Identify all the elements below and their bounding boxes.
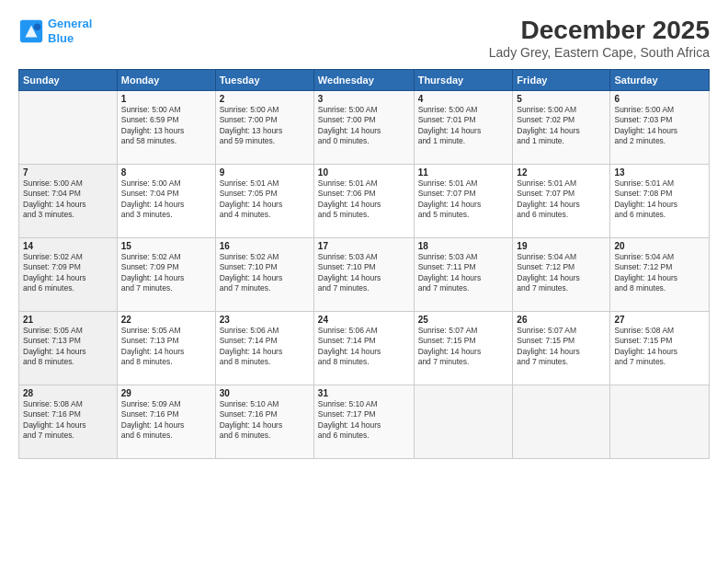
table-row: 3Sunrise: 5:00 AMSunset: 7:00 PMDaylight… [313, 90, 414, 164]
col-friday: Friday [513, 69, 610, 90]
table-row: 21Sunrise: 5:05 AMSunset: 7:13 PMDayligh… [19, 311, 118, 385]
col-tuesday: Tuesday [215, 69, 313, 90]
table-row: 5Sunrise: 5:00 AMSunset: 7:02 PMDaylight… [513, 90, 610, 164]
table-row: 31Sunrise: 5:10 AMSunset: 7:17 PMDayligh… [313, 385, 414, 458]
col-sunday: Sunday [19, 69, 118, 90]
header: General Blue December 2025 Lady Grey, Ea… [18, 17, 710, 60]
table-row: 6Sunrise: 5:00 AMSunset: 7:03 PMDaylight… [610, 90, 710, 164]
col-wednesday: Wednesday [313, 69, 414, 90]
page: General Blue December 2025 Lady Grey, Ea… [0, 0, 728, 563]
table-row: 17Sunrise: 5:03 AMSunset: 7:10 PMDayligh… [313, 237, 414, 311]
table-row: 22Sunrise: 5:05 AMSunset: 7:13 PMDayligh… [117, 311, 215, 385]
logo-text: General Blue [48, 17, 92, 45]
table-row: 18Sunrise: 5:03 AMSunset: 7:11 PMDayligh… [414, 237, 513, 311]
table-row: 8Sunrise: 5:00 AMSunset: 7:04 PMDaylight… [117, 164, 215, 237]
col-monday: Monday [117, 69, 215, 90]
logo-icon [18, 18, 44, 44]
table-row: 15Sunrise: 5:02 AMSunset: 7:09 PMDayligh… [117, 237, 215, 311]
calendar-header-row: Sunday Monday Tuesday Wednesday Thursday… [19, 69, 710, 90]
logo-line1: General [48, 17, 92, 30]
table-row: 25Sunrise: 5:07 AMSunset: 7:15 PMDayligh… [414, 311, 513, 385]
table-row: 16Sunrise: 5:02 AMSunset: 7:10 PMDayligh… [215, 237, 313, 311]
logo: General Blue [18, 17, 92, 45]
calendar-subtitle: Lady Grey, Eastern Cape, South Africa [489, 45, 710, 60]
col-saturday: Saturday [610, 69, 710, 90]
calendar-title: December 2025 [489, 17, 710, 45]
table-row: 24Sunrise: 5:06 AMSunset: 7:14 PMDayligh… [313, 311, 414, 385]
table-row [414, 385, 513, 458]
table-row: 7Sunrise: 5:00 AMSunset: 7:04 PMDaylight… [19, 164, 118, 237]
table-row: 1Sunrise: 5:00 AMSunset: 6:59 PMDaylight… [117, 90, 215, 164]
table-row [19, 90, 118, 164]
table-row: 12Sunrise: 5:01 AMSunset: 7:07 PMDayligh… [513, 164, 610, 237]
table-row: 29Sunrise: 5:09 AMSunset: 7:16 PMDayligh… [117, 385, 215, 458]
table-row: 2Sunrise: 5:00 AMSunset: 7:00 PMDaylight… [215, 90, 313, 164]
col-thursday: Thursday [414, 69, 513, 90]
table-row: 4Sunrise: 5:00 AMSunset: 7:01 PMDaylight… [414, 90, 513, 164]
table-row: 20Sunrise: 5:04 AMSunset: 7:12 PMDayligh… [610, 237, 710, 311]
table-row [610, 385, 710, 458]
svg-point-2 [34, 23, 40, 29]
table-row: 23Sunrise: 5:06 AMSunset: 7:14 PMDayligh… [215, 311, 313, 385]
table-row: 28Sunrise: 5:08 AMSunset: 7:16 PMDayligh… [19, 385, 118, 458]
table-row: 9Sunrise: 5:01 AMSunset: 7:05 PMDaylight… [215, 164, 313, 237]
table-row: 14Sunrise: 5:02 AMSunset: 7:09 PMDayligh… [19, 237, 118, 311]
title-block: December 2025 Lady Grey, Eastern Cape, S… [489, 17, 710, 60]
table-row: 13Sunrise: 5:01 AMSunset: 7:08 PMDayligh… [610, 164, 710, 237]
table-row: 10Sunrise: 5:01 AMSunset: 7:06 PMDayligh… [313, 164, 414, 237]
calendar-table: Sunday Monday Tuesday Wednesday Thursday… [18, 69, 710, 459]
table-row: 26Sunrise: 5:07 AMSunset: 7:15 PMDayligh… [513, 311, 610, 385]
table-row [513, 385, 610, 458]
table-row: 30Sunrise: 5:10 AMSunset: 7:16 PMDayligh… [215, 385, 313, 458]
table-row: 27Sunrise: 5:08 AMSunset: 7:15 PMDayligh… [610, 311, 710, 385]
table-row: 19Sunrise: 5:04 AMSunset: 7:12 PMDayligh… [513, 237, 610, 311]
logo-line2: Blue [48, 31, 74, 45]
table-row: 11Sunrise: 5:01 AMSunset: 7:07 PMDayligh… [414, 164, 513, 237]
